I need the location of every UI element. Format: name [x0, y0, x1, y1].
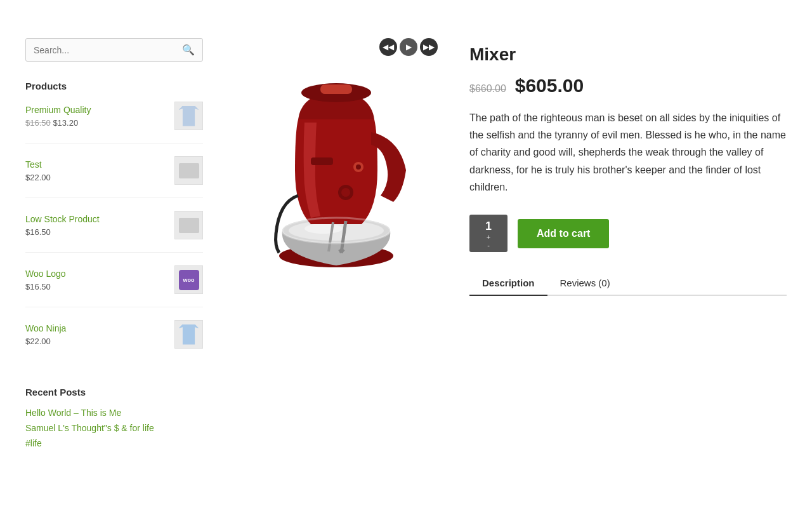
- sale-price: $13.20: [53, 118, 78, 128]
- svg-point-15: [341, 188, 350, 197]
- mixer-svg: [247, 69, 425, 272]
- quantity-up-button[interactable]: +: [484, 233, 493, 241]
- product-price: $16.50 $13.20: [25, 118, 78, 128]
- thumbnail-image: [179, 218, 199, 233]
- recent-post-link[interactable]: #life: [25, 438, 42, 448]
- sidebar: 🔍 Products Premium Quality $16.50 $13.20: [25, 38, 216, 495]
- product-link[interactable]: Premium Quality: [25, 105, 91, 115]
- next-button[interactable]: ▶▶: [420, 38, 438, 56]
- recent-posts-title: Recent Posts: [25, 387, 203, 398]
- product-price: $22.00: [25, 173, 51, 182]
- svg-point-4: [304, 224, 343, 234]
- recent-post-link[interactable]: Samuel L's Thought"s $ & for life: [25, 423, 154, 433]
- search-button[interactable]: 🔍: [182, 44, 195, 56]
- tab-description[interactable]: Description: [469, 271, 547, 296]
- quantity-down-button[interactable]: -: [485, 241, 492, 250]
- product-info: Premium Quality $16.50 $13.20: [25, 105, 91, 128]
- quantity-box[interactable]: 1 + -: [469, 215, 508, 252]
- product-list: Premium Quality $16.50 $13.20 Test $22: [25, 102, 203, 361]
- search-box[interactable]: 🔍: [25, 38, 203, 62]
- list-item: Woo Logo $16.50 woo: [25, 265, 203, 307]
- price-container: $660.00 $605.00: [469, 75, 787, 97]
- recent-posts-list: Hello World – This is Me Samuel L's Thou…: [25, 408, 203, 448]
- cart-row: 1 + - Add to cart: [469, 215, 787, 252]
- play-button[interactable]: ▶: [400, 38, 417, 56]
- product-description: The path of the righteous man is beset o…: [469, 109, 787, 196]
- list-item: Woo Ninja $22.00: [25, 320, 203, 361]
- svg-rect-6: [320, 84, 352, 94]
- product-link[interactable]: Woo Ninja: [25, 323, 66, 333]
- list-item: Premium Quality $16.50 $13.20: [25, 102, 203, 144]
- product-link[interactable]: Woo Logo: [25, 269, 66, 279]
- quantity-arrows: + -: [484, 233, 493, 252]
- list-item: Hello World – This is Me: [25, 408, 203, 418]
- product-image-area: ◀◀ ▶ ▶▶: [228, 38, 444, 495]
- list-item: Samuel L's Thought"s $ & for life: [25, 423, 203, 433]
- product-thumbnail: [174, 102, 203, 130]
- products-section: Products Premium Quality $16.50 $13.20: [25, 81, 203, 361]
- product-link[interactable]: Low Stock Product: [25, 214, 100, 224]
- product-price: $22.00: [25, 337, 51, 346]
- sale-price: $605.00: [515, 75, 584, 96]
- product-details: Mixer $660.00 $605.00 The path of the ri…: [469, 38, 787, 495]
- product-info: Woo Ninja $22.00: [25, 323, 66, 346]
- product-thumbnail: [174, 320, 203, 349]
- product-thumbnail: [174, 211, 203, 239]
- svg-point-12: [356, 164, 361, 170]
- recent-post-link[interactable]: Hello World – This is Me: [25, 408, 121, 418]
- image-controls: ◀◀ ▶ ▶▶: [379, 38, 438, 56]
- product-thumbnail: [174, 156, 203, 185]
- add-to-cart-button[interactable]: Add to cart: [518, 219, 609, 248]
- list-item: Test $22.00: [25, 156, 203, 198]
- product-price: $16.50: [25, 282, 51, 291]
- thumbnail-image: [179, 324, 199, 345]
- product-info: Low Stock Product $16.50: [25, 214, 100, 237]
- original-price: $660.00: [469, 83, 506, 94]
- tabs-row: Description Reviews (0): [469, 271, 787, 296]
- svg-rect-13: [311, 157, 333, 165]
- search-input[interactable]: [34, 45, 182, 55]
- product-title: Mixer: [469, 44, 787, 65]
- thumbnail-image: [179, 163, 199, 178]
- list-item: Low Stock Product $16.50: [25, 211, 203, 253]
- product-thumbnail: woo: [174, 265, 203, 294]
- product-info: Test $22.00: [25, 159, 51, 182]
- prev-button[interactable]: ◀◀: [379, 38, 397, 56]
- thumbnail-image: woo: [179, 270, 199, 290]
- list-item: #life: [25, 438, 203, 448]
- tab-reviews[interactable]: Reviews (0): [547, 271, 623, 296]
- product-info: Woo Logo $16.50: [25, 269, 66, 291]
- recent-posts-section: Recent Posts Hello World – This is Me Sa…: [25, 387, 203, 448]
- thumbnail-image: [179, 106, 199, 126]
- product-link[interactable]: Test: [25, 159, 51, 170]
- original-price: $16.50: [25, 118, 51, 128]
- product-price: $16.50: [25, 227, 51, 237]
- product-image[interactable]: [235, 62, 438, 278]
- products-section-title: Products: [25, 81, 203, 91]
- main-content: ◀◀ ▶ ▶▶: [216, 38, 787, 495]
- quantity-value: 1: [469, 215, 508, 233]
